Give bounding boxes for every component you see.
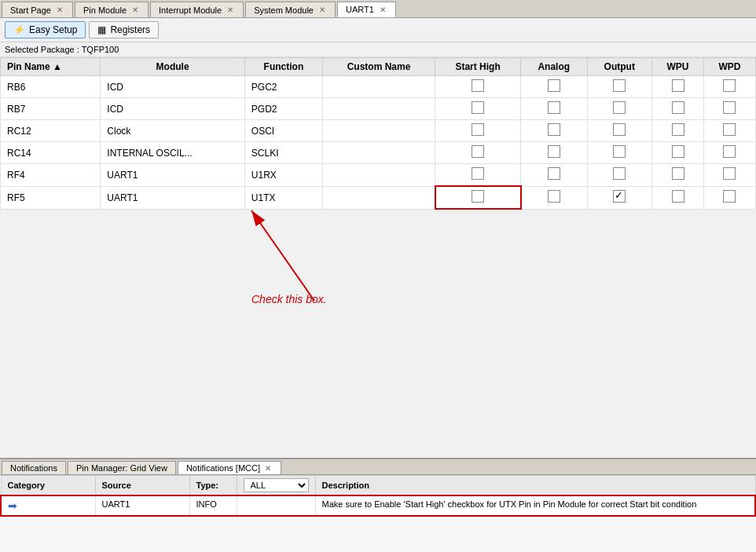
custom-rf4[interactable]: [322, 164, 435, 187]
annotation-text: Check this box.: [251, 293, 327, 305]
tab-uart1[interactable]: UART1 ✕: [337, 2, 396, 17]
bottom-tab-pin-manager[interactable]: Pin Manager: Grid View: [68, 461, 176, 474]
easy-setup-label: Easy Setup: [29, 24, 77, 35]
analog-rc12[interactable]: [521, 120, 588, 142]
table-row: RB7 ICD PGD2: [1, 98, 756, 120]
wpd-rc14[interactable]: [703, 142, 755, 164]
tab-system-module-close[interactable]: ✕: [317, 5, 327, 14]
wpu-rc14[interactable]: [652, 142, 704, 164]
notif-type-extra: [237, 495, 315, 516]
analog-rc14[interactable]: [521, 142, 588, 164]
tab-start-page-label: Start Page: [10, 5, 51, 15]
wpd-rc12[interactable]: [703, 120, 755, 142]
analog-rb7[interactable]: [521, 98, 588, 120]
output-rb6[interactable]: [587, 76, 652, 98]
bottom-tab-notifications-mcc-label: Notifications [MCC]: [186, 463, 260, 473]
notif-col-type-filter[interactable]: ALL INFO WARNING ERROR: [237, 476, 315, 496]
tab-start-page[interactable]: Start Page ✕: [2, 2, 73, 17]
module-rc14: INTERNAL OSCIL...: [101, 142, 245, 164]
tab-system-module[interactable]: System Module ✕: [245, 2, 336, 17]
bottom-tab-pin-manager-label: Pin Manager: Grid View: [76, 463, 167, 473]
start-high-rb7[interactable]: [435, 98, 521, 120]
type-filter-select[interactable]: ALL INFO WARNING ERROR: [244, 478, 309, 492]
notif-col-source: Source: [95, 476, 189, 496]
pin-table-container: Pin Name ▲ Module Function Custom Name S…: [0, 57, 756, 458]
start-high-rf4[interactable]: [435, 164, 521, 187]
custom-rc14[interactable]: [322, 142, 435, 164]
tab-start-page-close[interactable]: ✕: [55, 5, 64, 14]
output-rf4[interactable]: [587, 164, 652, 187]
notifications-table-container: Category Source Type: ALL INFO WARNING E…: [0, 475, 756, 552]
bottom-tab-notifications[interactable]: Notifications: [2, 461, 66, 474]
output-rc12[interactable]: [587, 120, 652, 142]
custom-rc12[interactable]: [322, 120, 435, 142]
notif-description: Make sure to Enable 'Start High' checkbo…: [315, 495, 755, 516]
module-rc12: Clock: [101, 120, 245, 142]
analog-rf5[interactable]: [521, 186, 588, 209]
pin-name-rf5: RF5: [1, 186, 101, 209]
bottom-panel: Notifications Pin Manager: Grid View Not…: [0, 458, 756, 552]
analog-rf4[interactable]: [521, 164, 588, 187]
output-rc14[interactable]: [587, 142, 652, 164]
module-rf5: UART1: [101, 186, 245, 209]
function-rf5: U1TX: [244, 186, 322, 209]
function-rb7: PGD2: [244, 98, 322, 120]
notification-icon: ➡: [8, 499, 17, 512]
tab-uart1-close[interactable]: ✕: [378, 5, 387, 14]
start-high-rc14[interactable]: [435, 142, 521, 164]
wpu-rf4[interactable]: [652, 164, 704, 187]
easy-setup-icon: ⚡: [13, 24, 25, 35]
col-function: Function: [244, 58, 322, 76]
function-rb6: PGC2: [244, 76, 322, 98]
tab-system-module-label: System Module: [254, 5, 314, 15]
start-high-rf5[interactable]: [435, 186, 521, 209]
bottom-tab-notifications-label: Notifications: [10, 463, 57, 473]
pin-table: Pin Name ▲ Module Function Custom Name S…: [0, 57, 756, 210]
custom-rb6[interactable]: [322, 76, 435, 98]
table-row: RC14 INTERNAL OSCIL... SCLKI: [1, 142, 756, 164]
custom-rf5[interactable]: [322, 186, 435, 209]
bottom-tab-bar: Notifications Pin Manager: Grid View Not…: [0, 459, 756, 475]
analog-rb6[interactable]: [521, 76, 588, 98]
notif-col-description: Description: [315, 476, 755, 496]
tab-interrupt-module-label: Interrupt Module: [159, 5, 222, 15]
tab-interrupt-module-close[interactable]: ✕: [226, 5, 235, 14]
start-high-rb6[interactable]: [435, 76, 521, 98]
wpd-rf4[interactable]: [703, 164, 755, 187]
tab-pin-module[interactable]: Pin Module ✕: [75, 2, 149, 17]
notif-col-category: Category: [1, 476, 95, 496]
col-custom-name: Custom Name: [322, 58, 435, 76]
table-row-rf5: RF5 UART1 U1TX: [1, 186, 756, 209]
table-row: RF4 UART1 U1RX: [1, 164, 756, 187]
pin-name-rb7: RB7: [1, 98, 101, 120]
easy-setup-button[interactable]: ⚡ Easy Setup: [5, 21, 86, 38]
annotation-arrow-svg: [228, 195, 464, 320]
wpu-rf5[interactable]: [652, 186, 704, 209]
col-wpu: WPU: [652, 58, 704, 76]
col-output: Output: [587, 58, 652, 76]
tab-interrupt-module[interactable]: Interrupt Module ✕: [150, 2, 244, 17]
wpd-rf5[interactable]: [703, 186, 755, 209]
pin-name-rc14: RC14: [1, 142, 101, 164]
selected-package-text: Selected Package : TQFP100: [5, 45, 119, 54]
wpu-rc12[interactable]: [652, 120, 704, 142]
module-rb6: ICD: [101, 76, 245, 98]
wpd-rb6[interactable]: [703, 76, 755, 98]
wpu-rb6[interactable]: [652, 76, 704, 98]
output-rf5[interactable]: [587, 186, 652, 209]
output-rb7[interactable]: [587, 98, 652, 120]
col-start-high: Start High: [435, 58, 521, 76]
function-rc14: SCLKI: [244, 142, 322, 164]
bottom-tab-notifications-mcc-close[interactable]: ✕: [263, 464, 273, 473]
tab-pin-module-close[interactable]: ✕: [130, 5, 140, 14]
start-high-rc12[interactable]: [435, 120, 521, 142]
module-rf4: UART1: [101, 164, 245, 187]
registers-button[interactable]: ▦ Registers: [89, 21, 159, 38]
custom-rb7[interactable]: [322, 98, 435, 120]
registers-label: Registers: [110, 24, 150, 35]
wpd-rb7[interactable]: [703, 98, 755, 120]
wpu-rb7[interactable]: [652, 98, 704, 120]
pin-name-rc12: RC12: [1, 120, 101, 142]
bottom-tab-notifications-mcc[interactable]: Notifications [MCC] ✕: [178, 461, 281, 474]
col-analog: Analog: [521, 58, 588, 76]
